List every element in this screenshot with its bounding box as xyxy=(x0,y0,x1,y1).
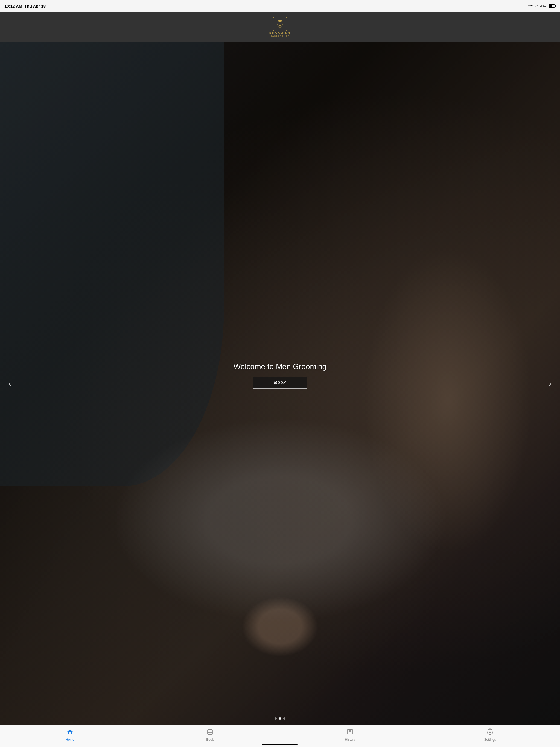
gear-icon xyxy=(487,728,493,737)
hero-book-button[interactable]: Book xyxy=(253,377,307,389)
hero-content: Welcome to Men Grooming Book xyxy=(233,362,327,389)
nav-book-label: Book xyxy=(206,738,213,742)
svg-rect-10 xyxy=(210,732,210,733)
logo-text: GROOMING xyxy=(269,32,291,35)
svg-rect-5 xyxy=(207,729,212,735)
battery-icon xyxy=(549,4,556,8)
home-indicator xyxy=(262,744,298,745)
prev-arrow[interactable]: ‹ xyxy=(4,378,15,389)
chevron-right-icon: › xyxy=(549,379,551,388)
battery-percent: 43% xyxy=(540,4,547,8)
calendar-icon xyxy=(207,728,213,737)
dot-3[interactable] xyxy=(283,718,285,720)
dot-1[interactable] xyxy=(275,718,277,720)
nav-item-home[interactable]: Home xyxy=(62,728,78,742)
dot-2[interactable] xyxy=(279,718,281,720)
nav-item-settings[interactable]: Settings xyxy=(482,728,498,742)
status-icons: ••••• 43% xyxy=(528,4,556,8)
logo-icon xyxy=(273,17,287,31)
nav-history-label: History xyxy=(345,738,355,742)
nav-settings-label: Settings xyxy=(484,738,496,742)
svg-rect-9 xyxy=(209,732,209,733)
svg-rect-11 xyxy=(211,732,211,733)
hero-section: ‹ Welcome to Men Grooming Book › xyxy=(0,42,560,725)
carousel-dots xyxy=(275,718,285,720)
bottom-nav: Home Book History xyxy=(0,725,560,747)
signal-icon: ••••• xyxy=(528,4,532,8)
svg-point-16 xyxy=(489,731,491,732)
nav-item-book[interactable]: Book xyxy=(202,728,218,742)
svg-point-2 xyxy=(278,21,282,27)
nav-home-label: Home xyxy=(66,738,74,742)
logo-subtext: BARBERSHOP xyxy=(271,35,289,37)
hero-title: Welcome to Men Grooming xyxy=(233,362,327,371)
svg-point-4 xyxy=(281,24,281,24)
status-time: 10:12 AM xyxy=(4,4,22,8)
app-header: GROOMING BARBERSHOP xyxy=(0,12,560,42)
status-date: Thu Apr 18 xyxy=(24,4,46,8)
nav-item-history[interactable]: History xyxy=(342,728,358,742)
chevron-left-icon: ‹ xyxy=(8,379,11,388)
wifi-icon xyxy=(534,4,538,8)
svg-rect-1 xyxy=(279,20,281,21)
history-icon xyxy=(347,728,353,737)
logo: GROOMING BARBERSHOP xyxy=(269,17,291,37)
next-arrow[interactable]: › xyxy=(545,378,556,389)
status-bar: 10:12 AM Thu Apr 18 ••••• 43% xyxy=(0,0,560,12)
svg-point-3 xyxy=(279,24,279,24)
home-icon xyxy=(67,728,73,737)
